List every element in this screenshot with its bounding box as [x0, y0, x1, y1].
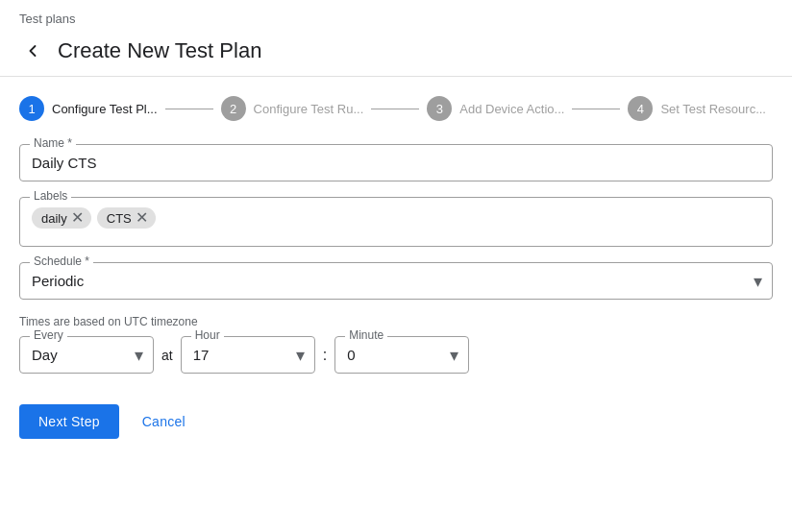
at-label: at [161, 348, 173, 363]
chip-cts: CTS ✕ [97, 207, 156, 229]
hour-wrapper: Hour 0123 4567 891011 12131415 16171819 … [181, 336, 315, 374]
chip-daily-close[interactable]: ✕ [71, 210, 84, 226]
timezone-note: Times are based on UTC timezone [19, 315, 773, 328]
minute-select[interactable]: 051015 20253035 40455055 [335, 337, 468, 373]
name-field-group: Name * [19, 144, 773, 181]
next-step-button[interactable]: Next Step [19, 404, 119, 439]
back-button[interactable] [19, 37, 46, 64]
page-title: Create New Test Plan [58, 38, 261, 63]
stepper: 1 Configure Test Pl... 2 Configure Test … [0, 77, 792, 136]
step-4: 4 Set Test Resourc... [628, 96, 766, 121]
form: Name * Labels daily ✕ CTS ✕ Schedule * [0, 136, 792, 389]
step-1-circle: 1 [19, 96, 44, 121]
periodic-row: Every Day Hour Week ▾ at Hour 0123 4567 … [19, 336, 773, 374]
step-3-label: Add Device Actio... [459, 102, 564, 116]
chip-cts-text: CTS [107, 211, 132, 226]
hour-select[interactable]: 0123 4567 891011 12131415 16171819 20212… [182, 337, 314, 373]
labels-inner: daily ✕ CTS ✕ [32, 207, 760, 229]
cancel-button[interactable]: Cancel [131, 404, 197, 439]
step-2-label: Configure Test Ru... [254, 102, 364, 116]
every-wrapper: Every Day Hour Week ▾ [19, 336, 154, 374]
minute-label: Minute [345, 328, 387, 342]
labels-label: Labels [30, 189, 71, 203]
step-3: 3 Add Device Actio... [427, 96, 564, 121]
name-label: Name * [30, 136, 76, 150]
schedule-select[interactable]: Periodic Once Manual [20, 263, 772, 299]
colon-separator: : [323, 347, 327, 364]
labels-wrapper: Labels daily ✕ CTS ✕ [19, 197, 773, 247]
step-4-label: Set Test Resourc... [660, 102, 766, 116]
step-connector-1 [165, 109, 213, 109]
every-label: Every [30, 328, 67, 342]
step-connector-3 [572, 109, 620, 109]
step-4-circle: 4 [628, 96, 653, 121]
step-2: 2 Configure Test Ru... [221, 96, 364, 121]
labels-field-group: Labels daily ✕ CTS ✕ [19, 197, 773, 247]
schedule-field-group: Schedule * Periodic Once Manual ▾ [19, 262, 773, 300]
step-3-circle: 3 [427, 96, 452, 121]
action-row: Next Step Cancel [0, 389, 792, 439]
step-2-circle: 2 [221, 96, 246, 121]
step-1: 1 Configure Test Pl... [19, 96, 158, 121]
schedule-label: Schedule * [30, 254, 93, 268]
schedule-wrapper: Schedule * Periodic Once Manual ▾ [19, 262, 773, 300]
hour-label: Hour [191, 328, 224, 342]
chip-cts-close[interactable]: ✕ [136, 210, 148, 226]
step-connector-2 [371, 109, 419, 109]
minute-wrapper: Minute 051015 20253035 40455055 ▾ [334, 336, 469, 374]
every-select[interactable]: Day Hour Week [20, 337, 153, 373]
chip-daily-text: daily [41, 211, 67, 226]
breadcrumb: Test plans [0, 0, 792, 34]
step-1-label: Configure Test Pl... [52, 102, 158, 116]
header: Create New Test Plan [0, 34, 792, 77]
chip-daily: daily ✕ [32, 207, 91, 229]
name-input[interactable] [32, 153, 760, 173]
name-field-wrapper: Name * [19, 144, 773, 181]
